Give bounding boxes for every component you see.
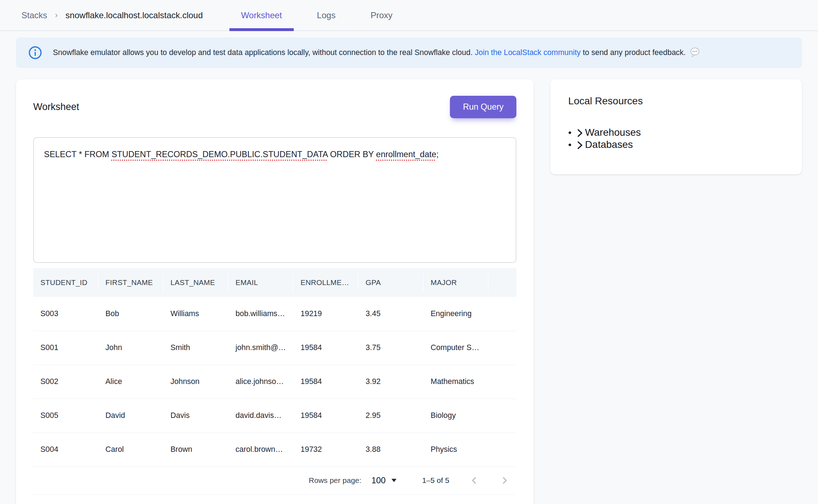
cell-gpa: 3.92 bbox=[358, 365, 423, 399]
cell-student-id: S001 bbox=[33, 331, 98, 365]
next-page-button[interactable] bbox=[499, 475, 510, 486]
cell-major: Computer S… bbox=[423, 331, 489, 365]
worksheet-card: Worksheet Run Query SELECT * FROM STUDEN… bbox=[16, 79, 534, 504]
table-row: S004 Carol Brown carol.brown… 19732 3.88… bbox=[33, 433, 516, 466]
cell-student-id: S004 bbox=[33, 433, 98, 466]
sql-segment: ; bbox=[436, 150, 439, 159]
cell-filler bbox=[489, 433, 516, 466]
cell-major: Engineering bbox=[423, 297, 489, 331]
cell-filler bbox=[489, 331, 516, 365]
banner-text-after-link: to send any product feedback. bbox=[581, 48, 686, 57]
sql-query-editor[interactable]: SELECT * FROM STUDENT_RECORDS_DEMO.PUBLI… bbox=[33, 137, 516, 263]
rows-per-page-value: 100 bbox=[371, 475, 386, 485]
pagination-range: 1–5 of 5 bbox=[422, 476, 449, 485]
rows-per-page-label: Rows per page: bbox=[309, 476, 361, 485]
main-content: Worksheet Run Query SELECT * FROM STUDEN… bbox=[0, 79, 818, 504]
results-table-header: STUDENT_ID FIRST_NAME LAST_NAME EMAIL EN… bbox=[33, 268, 516, 297]
tree-item-warehouses[interactable]: • Warehouses bbox=[568, 126, 784, 139]
cell-email: bob.williams… bbox=[228, 297, 293, 331]
list-bullet: • bbox=[568, 139, 576, 151]
cell-filler bbox=[489, 297, 516, 331]
column-header-first-name: FIRST_NAME bbox=[98, 268, 163, 297]
column-header-filler bbox=[489, 268, 516, 297]
cell-student-id: S003 bbox=[33, 297, 98, 331]
cell-last-name: Smith bbox=[163, 331, 228, 365]
cell-first-name: Bob bbox=[98, 297, 163, 331]
column-header-gpa: GPA bbox=[358, 268, 423, 297]
cell-enrollment: 19584 bbox=[293, 331, 358, 365]
cell-gpa: 2.95 bbox=[358, 399, 423, 433]
cell-enrollment: 19584 bbox=[293, 399, 358, 433]
table-row: S001 John Smith john.smith@… 19584 3.75 … bbox=[33, 331, 516, 365]
cell-first-name: Carol bbox=[98, 433, 163, 466]
cell-last-name: Johnson bbox=[163, 365, 228, 399]
sql-query-text: SELECT * FROM STUDENT_RECORDS_DEMO.PUBLI… bbox=[44, 149, 506, 160]
tree-item-databases[interactable]: • Databases bbox=[568, 139, 784, 151]
tree-item-label: Warehouses bbox=[585, 126, 641, 139]
info-banner: Snowflake emulator allows you to develop… bbox=[16, 38, 802, 68]
cell-gpa: 3.75 bbox=[358, 331, 423, 365]
cell-enrollment: 19732 bbox=[293, 433, 358, 466]
cell-gpa: 3.88 bbox=[358, 433, 423, 466]
column-header-last-name: LAST_NAME bbox=[163, 268, 228, 297]
table-row: S002 Alice Johnson alice.johnso… 19584 3… bbox=[33, 365, 516, 399]
cell-enrollment: 19584 bbox=[293, 365, 358, 399]
cell-student-id: S005 bbox=[33, 399, 98, 433]
cell-first-name: John bbox=[98, 331, 163, 365]
cell-email: alice.johnso… bbox=[228, 365, 293, 399]
banner-text-before-link: Snowflake emulator allows you to develop… bbox=[53, 48, 475, 57]
local-resources-title: Local Resources bbox=[568, 95, 784, 107]
cell-last-name: Williams bbox=[163, 297, 228, 331]
list-bullet: • bbox=[568, 126, 576, 139]
breadcrumb: Stacks › snowflake.localhost.localstack.… bbox=[21, 0, 203, 30]
cell-first-name: David bbox=[98, 399, 163, 433]
column-header-email: EMAIL bbox=[228, 268, 293, 297]
cell-last-name: Brown bbox=[163, 433, 228, 466]
breadcrumb-separator-icon: › bbox=[55, 11, 58, 20]
tree-item-label: Databases bbox=[585, 139, 633, 151]
cell-gpa: 3.45 bbox=[358, 297, 423, 331]
chevron-right-icon bbox=[576, 140, 584, 150]
worksheet-header: Worksheet Run Query bbox=[33, 96, 516, 118]
sql-column-identifier: enrollment_date bbox=[376, 150, 436, 159]
tab-logs[interactable]: Logs bbox=[305, 0, 347, 30]
cell-enrollment: 19219 bbox=[293, 297, 358, 331]
tab-proxy[interactable]: Proxy bbox=[359, 0, 404, 30]
info-icon bbox=[28, 46, 42, 60]
tab-bar: Worksheet Logs Proxy bbox=[218, 0, 405, 30]
cell-filler bbox=[489, 365, 516, 399]
table-pagination: Rows per page: 100 1–5 of 5 bbox=[33, 467, 516, 495]
column-header-enrollment: ENROLLME… bbox=[293, 268, 358, 297]
previous-page-button[interactable] bbox=[469, 475, 480, 486]
query-results: STUDENT_ID FIRST_NAME LAST_NAME EMAIL EN… bbox=[33, 268, 516, 495]
table-row: S005 David Davis david.davis… 19584 2.95… bbox=[33, 399, 516, 433]
cell-major: Mathematics bbox=[423, 365, 489, 399]
tab-worksheet[interactable]: Worksheet bbox=[229, 0, 294, 30]
cell-student-id: S002 bbox=[33, 365, 98, 399]
cell-major: Biology bbox=[423, 399, 489, 433]
run-query-button[interactable]: Run Query bbox=[450, 96, 516, 118]
localstack-community-link[interactable]: Join the LocalStack community bbox=[475, 48, 580, 57]
cell-major: Physics bbox=[423, 433, 489, 466]
rows-per-page-select[interactable]: 100 bbox=[371, 475, 397, 485]
breadcrumb-stacks-link[interactable]: Stacks bbox=[21, 10, 47, 20]
cell-last-name: Davis bbox=[163, 399, 228, 433]
local-resources-card: Local Resources • Warehouses • Databases bbox=[550, 79, 802, 174]
breadcrumb-current-stack: snowflake.localhost.localstack.cloud bbox=[65, 10, 203, 20]
cell-first-name: Alice bbox=[98, 365, 163, 399]
table-row: S003 Bob Williams bob.williams… 19219 3.… bbox=[33, 297, 516, 331]
top-navigation-bar: Stacks › snowflake.localhost.localstack.… bbox=[0, 0, 818, 31]
cell-email: carol.brown… bbox=[228, 433, 293, 466]
cell-email: david.davis… bbox=[228, 399, 293, 433]
column-header-major: MAJOR bbox=[423, 268, 489, 297]
sql-segment: ORDER BY bbox=[328, 150, 376, 159]
chevron-right-icon bbox=[499, 475, 510, 486]
dropdown-arrow-icon bbox=[391, 478, 397, 483]
sql-segment: SELECT * FROM bbox=[44, 150, 111, 159]
results-table-body: S003 Bob Williams bob.williams… 19219 3.… bbox=[33, 297, 516, 466]
chevron-right-icon bbox=[576, 128, 584, 138]
worksheet-title: Worksheet bbox=[33, 101, 79, 113]
speech-balloon-icon bbox=[689, 47, 701, 60]
chevron-left-icon bbox=[469, 475, 480, 486]
cell-filler bbox=[489, 399, 516, 433]
